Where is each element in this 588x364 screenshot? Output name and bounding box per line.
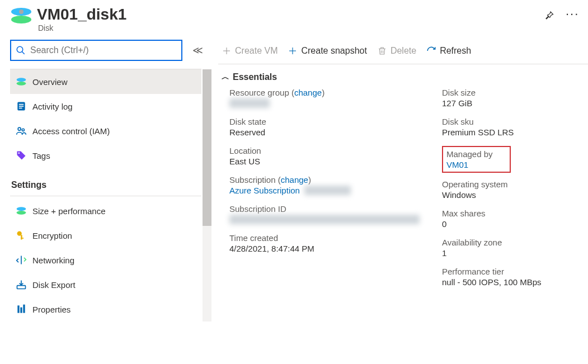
field-value: East US — [229, 157, 420, 166]
main-content: Create VM Create snapshot Delete Refresh… — [207, 35, 588, 322]
change-subscription-link[interactable]: change — [281, 175, 308, 185]
svg-rect-17 — [17, 305, 19, 313]
field-resource-group: Resource group (change) redactedrg — [229, 88, 420, 108]
svg-rect-7 — [19, 108, 22, 109]
field-label: Disk size — [442, 88, 588, 97]
change-resource-group-link[interactable]: change — [294, 88, 322, 97]
field-availability-zone: Availability zone 1 — [442, 238, 588, 258]
field-subscription: Subscription (change) Azure Subscription… — [229, 175, 420, 195]
field-subscription-id: Subscription ID 00000000-0000-0000-0000-… — [229, 204, 420, 224]
field-performance-tier: Performance tier null - 500 IOPS, 100 MB… — [442, 267, 588, 287]
nav-item-tags[interactable]: Tags — [10, 143, 201, 168]
svg-rect-15 — [21, 238, 23, 239]
nav-label: Networking — [32, 256, 74, 265]
collapse-sidebar-icon[interactable]: ≪ — [192, 44, 203, 56]
toolbar: Create VM Create snapshot Delete Refresh — [218, 37, 588, 64]
pin-icon[interactable] — [543, 10, 554, 23]
managed-by-link[interactable]: VM01 — [446, 160, 493, 169]
nav-label: Disk Export — [32, 280, 76, 290]
disk-icon — [16, 205, 27, 216]
field-location: Location East US — [229, 146, 420, 166]
chevron-up-icon: ︿ — [222, 72, 229, 82]
refresh-button[interactable]: Refresh — [426, 46, 471, 56]
nav-item-disk-export[interactable]: Disk Export — [10, 272, 201, 297]
field-value: 4/28/2021, 8:47:44 PM — [229, 244, 420, 253]
nav-item-properties[interactable]: Properties — [10, 297, 201, 322]
field-value: 127 GiB — [442, 98, 588, 108]
button-label: Create VM — [235, 46, 277, 56]
properties-icon — [16, 304, 27, 315]
disk-icon — [16, 76, 27, 87]
nav-label: Tags — [32, 151, 50, 160]
page-header: VM01_disk1 Disk ··· — [0, 0, 588, 35]
essentials-toggle[interactable]: ︿ Essentials — [222, 72, 588, 82]
search-icon — [16, 45, 26, 55]
svg-point-12 — [17, 211, 26, 215]
nav-item-encryption[interactable]: Encryption — [10, 223, 201, 248]
svg-rect-16 — [17, 286, 26, 289]
button-label: Delete — [391, 46, 416, 56]
svg-point-10 — [18, 153, 20, 154]
network-icon — [16, 254, 27, 266]
field-label: Location — [229, 146, 420, 155]
svg-point-9 — [22, 129, 24, 131]
more-actions-icon[interactable]: ··· — [566, 11, 577, 22]
create-vm-button[interactable]: Create VM — [222, 46, 277, 56]
redacted-value: redactedsub — [304, 186, 351, 195]
svg-rect-14 — [21, 235, 22, 239]
field-label: Operating system — [442, 179, 588, 189]
redacted-value: 00000000-0000-0000-0000-000000000000 — [229, 215, 420, 224]
nav-list: Overview Activity log Access control (IA… — [10, 69, 201, 322]
field-label: Disk state — [229, 117, 420, 126]
nav-item-activity-log[interactable]: Activity log — [10, 94, 201, 119]
scrollbar-thumb[interactable] — [203, 69, 211, 226]
tag-icon — [16, 150, 27, 161]
field-max-shares: Max shares 0 — [442, 209, 588, 229]
refresh-icon — [426, 46, 436, 56]
search-input-container[interactable] — [10, 40, 182, 61]
people-icon — [16, 125, 27, 136]
nav-section-settings: Settings — [10, 171, 201, 196]
nav-item-networking[interactable]: Networking — [10, 248, 201, 272]
field-label: Availability zone — [442, 238, 588, 247]
disk-resource-icon — [11, 8, 31, 28]
subscription-link[interactable]: Azure Subscription — [229, 186, 300, 195]
trash-icon — [377, 46, 387, 56]
sidebar: ≪ Overview Activity log — [0, 35, 207, 322]
button-label: Create snapshot — [301, 46, 366, 56]
scrollbar-track[interactable] — [203, 69, 211, 322]
key-icon — [16, 230, 27, 241]
export-icon — [16, 279, 27, 290]
field-time-created: Time created 4/28/2021, 8:47:44 PM — [229, 233, 420, 253]
field-value: Premium SSD LRS — [442, 127, 588, 137]
field-label: Resource group — [229, 88, 289, 97]
field-value: Windows — [442, 190, 588, 200]
field-label: Managed by — [446, 149, 493, 159]
delete-button[interactable]: Delete — [377, 46, 416, 56]
nav-label: Properties — [32, 305, 70, 314]
nav-label: Activity log — [32, 102, 73, 111]
nav-item-overview[interactable]: Overview — [10, 69, 201, 94]
field-disk-state: Disk state Reserved — [229, 117, 420, 137]
plus-icon — [288, 46, 298, 56]
resource-type-label: Disk — [38, 23, 126, 32]
svg-line-1 — [22, 51, 25, 54]
button-label: Refresh — [440, 46, 471, 56]
nav-item-size-performance[interactable]: Size + performance — [10, 198, 201, 223]
field-label: Time created — [229, 233, 420, 243]
essentials-panel: Resource group (change) redactedrg Disk … — [218, 88, 588, 296]
svg-point-8 — [18, 127, 21, 130]
nav-label: Access control (IAM) — [32, 126, 110, 136]
svg-rect-5 — [19, 104, 23, 105]
plus-icon — [222, 46, 232, 56]
create-snapshot-button[interactable]: Create snapshot — [288, 46, 366, 56]
nav-item-access-control[interactable]: Access control (IAM) — [10, 119, 201, 143]
field-label: Performance tier — [442, 267, 588, 276]
svg-point-0 — [17, 46, 23, 53]
field-label: Disk sku — [442, 117, 588, 126]
svg-rect-18 — [20, 308, 22, 313]
search-input[interactable] — [30, 45, 177, 55]
field-value: null - 500 IOPS, 100 MBps — [442, 277, 588, 287]
log-icon — [16, 101, 27, 112]
svg-rect-19 — [23, 305, 25, 313]
